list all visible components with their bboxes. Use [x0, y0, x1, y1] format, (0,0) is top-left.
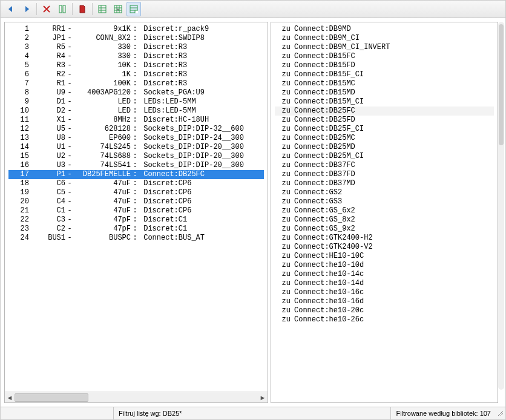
main-area: 1RR1-9x1K: Discret:r_pack92JP1-CONN_8X2:…	[1, 18, 505, 407]
row-dash: -	[65, 25, 74, 34]
list-item[interactable]: zu Connect:DB37FC	[275, 161, 494, 170]
table-row[interactable]: 8U9-4003APG120: Sockets_PGA:U9	[8, 88, 264, 97]
table-row[interactable]: 21C1-47uF: Discret:CP6	[8, 206, 264, 215]
list-item[interactable]: zu Connect:DB25MC	[275, 134, 494, 143]
list-item[interactable]: zu Connect:DB15MC	[275, 79, 494, 88]
list-item[interactable]: zu Connect:he10-14c	[275, 270, 494, 279]
row-prefix: zu	[275, 179, 291, 188]
list-item[interactable]: zu Connect:DB9M_CI_INVERT	[275, 43, 494, 52]
list-item[interactable]: zu Connect:GS2	[275, 188, 494, 197]
row-text: Connect:DB15M_CI	[294, 97, 494, 107]
table-row[interactable]: 16U3-74LS541: Sockets_DIP:DIP-20__300	[8, 161, 264, 170]
row-num: 11	[8, 116, 29, 125]
table-row[interactable]: 18C6-47uF: Discret:CP6	[8, 179, 264, 188]
row-fp: Discret:C1	[139, 215, 264, 225]
list-item[interactable]: zu Connect:GS_9x2	[275, 225, 494, 234]
table-row[interactable]: 1RR1-9x1K: Discret:r_pack9	[8, 25, 264, 34]
pdf-button[interactable]	[75, 2, 90, 16]
list-item[interactable]: zu Connect:he10-16c	[275, 288, 494, 297]
list-item[interactable]: zu Connect:DB15FC	[275, 52, 494, 61]
table-row[interactable]: 3R5-330: Discret:R3	[8, 43, 264, 52]
table-row[interactable]: 13U8-EP600: Sockets_DIP:DIP-24__300	[8, 134, 264, 143]
row-dash: -	[65, 97, 74, 107]
table-row[interactable]: 4R4-330: Discret:R3	[8, 52, 264, 61]
footprint-list[interactable]: zu Connect:DB9MDzu Connect:DB9M_CIzu Con…	[271, 22, 498, 402]
row-prefix: zu	[275, 243, 291, 252]
list-item[interactable]: zu Connect:DB37MD	[275, 179, 494, 188]
row-val: 74LS245	[74, 143, 131, 152]
row-num: 1	[8, 25, 29, 34]
row-num: 16	[8, 161, 29, 170]
list-item[interactable]: zu Connect:he10-14d	[275, 279, 494, 288]
list-item[interactable]: zu Connect:GS_8x2	[275, 215, 494, 225]
table-row[interactable]: 12U5-628128: Sockets_DIP:DIP-32__600	[8, 125, 264, 134]
table-row[interactable]: 15U2-74LS688: Sockets_DIP:DIP-20__300	[8, 152, 264, 161]
scroll-left-icon[interactable]: ◄	[5, 392, 15, 402]
remove-association-button[interactable]	[39, 2, 54, 16]
table-row[interactable]: 2JP1-CONN_8X2: Discret:SWDIP8	[8, 34, 264, 43]
list-item[interactable]: zu Connect:GS_6x2	[275, 206, 494, 215]
undo-button[interactable]	[4, 2, 18, 16]
table-row[interactable]: 7R1-100K: Discret:R3	[8, 79, 264, 88]
grid-hash-button[interactable]: #	[111, 2, 125, 16]
list-item[interactable]: zu Connect:DB25M_CI	[275, 152, 494, 161]
list-item[interactable]: zu Connect:GTK2400-H2	[275, 234, 494, 243]
list-item[interactable]: zu Connect:DB25F_CI	[275, 125, 494, 134]
list-item[interactable]: zu Connect:he10-10d	[275, 261, 494, 270]
row-dash: -	[65, 225, 74, 234]
table-row[interactable]: 5R3-10K: Discret:R3	[8, 61, 264, 70]
list-item[interactable]: zu Connect:he10-20c	[275, 306, 494, 315]
row-fp: Sockets_DIP:DIP-32__600	[139, 125, 264, 134]
row-col: :	[131, 225, 139, 234]
list-item[interactable]: zu Connect:DB15F_CI	[275, 70, 494, 79]
scroll-thumb[interactable]	[15, 393, 88, 402]
list-item[interactable]: zu Connect:DB15MD	[275, 88, 494, 97]
list-item[interactable]: zu Connect:HE10-10C	[275, 252, 494, 261]
grid-left-button[interactable]	[95, 2, 110, 16]
row-fp: LEDs:LED-5MM	[139, 107, 264, 116]
component-list[interactable]: 1RR1-9x1K: Discret:r_pack92JP1-CONN_8X2:…	[5, 22, 268, 392]
table-row[interactable]: 10D2-LED: LEDs:LED-5MM	[8, 107, 264, 116]
table-row[interactable]: 6R2-1K: Discret:R3	[8, 70, 264, 79]
list-item[interactable]: zu Connect:DB25FC	[275, 107, 494, 116]
list-item[interactable]: zu Connect:GTK2400-V2	[275, 243, 494, 252]
table-row[interactable]: 23C2-47pF: Discret:C1	[8, 225, 264, 234]
list-item[interactable]: zu Connect:DB9M_CI	[275, 34, 494, 43]
table-row[interactable]: 22C3-47pF: Discret:C1	[8, 215, 264, 225]
list-item[interactable]: zu Connect:he10-26c	[275, 315, 494, 324]
row-prefix: zu	[275, 197, 291, 206]
table-row[interactable]: 17P1-DB25FEMELLE: Connect:DB25FC	[8, 170, 264, 179]
table-row[interactable]: 24BUS1-BUSPC: Connect:BUS_AT	[8, 234, 264, 243]
row-text: Connect:DB37MD	[294, 179, 494, 188]
scroll-right-icon[interactable]: ►	[258, 392, 268, 402]
row-text: Connect:DB15F_CI	[294, 70, 494, 79]
v-scroll-thumb[interactable]	[499, 24, 504, 145]
list-item[interactable]: zu Connect:DB15FD	[275, 61, 494, 70]
table-row[interactable]: 20C4-47uF: Discret:CP6	[8, 197, 264, 206]
list-item[interactable]: zu Connect:DB15M_CI	[275, 97, 494, 107]
resize-grip-icon[interactable]	[496, 410, 505, 417]
status-filter: Filtruj listę wg: DB25*	[113, 407, 187, 419]
grid-list-button[interactable]	[126, 2, 141, 16]
row-ref: BUS1	[29, 234, 65, 243]
row-col: :	[131, 215, 139, 225]
redo-button[interactable]	[19, 2, 34, 16]
h-scrollbar[interactable]: ◄ ►	[5, 392, 268, 402]
row-num: 7	[8, 79, 29, 88]
row-ref: R1	[29, 79, 65, 88]
table-row[interactable]: 19C5-47uF: Discret:CP6	[8, 188, 264, 197]
row-fp: Discret:CP6	[139, 188, 264, 197]
v-scrollbar[interactable]	[498, 22, 504, 390]
row-ref: X1	[29, 116, 65, 125]
column-button[interactable]	[55, 2, 70, 16]
row-dash: -	[65, 88, 74, 97]
list-item[interactable]: zu Connect:he10-16d	[275, 297, 494, 306]
list-item[interactable]: zu Connect:GS3	[275, 197, 494, 206]
list-item[interactable]: zu Connect:DB25MD	[275, 143, 494, 152]
list-item[interactable]: zu Connect:DB37FD	[275, 170, 494, 179]
table-row[interactable]: 9D1-LED: LEDs:LED-5MM	[8, 97, 264, 107]
list-item[interactable]: zu Connect:DB25FD	[275, 116, 494, 125]
table-row[interactable]: 14U1-74LS245: Sockets_DIP:DIP-20__300	[8, 143, 264, 152]
table-row[interactable]: 11X1-8MHz: Discret:HC-18UH	[8, 116, 264, 125]
list-item[interactable]: zu Connect:DB9MD	[275, 25, 494, 34]
